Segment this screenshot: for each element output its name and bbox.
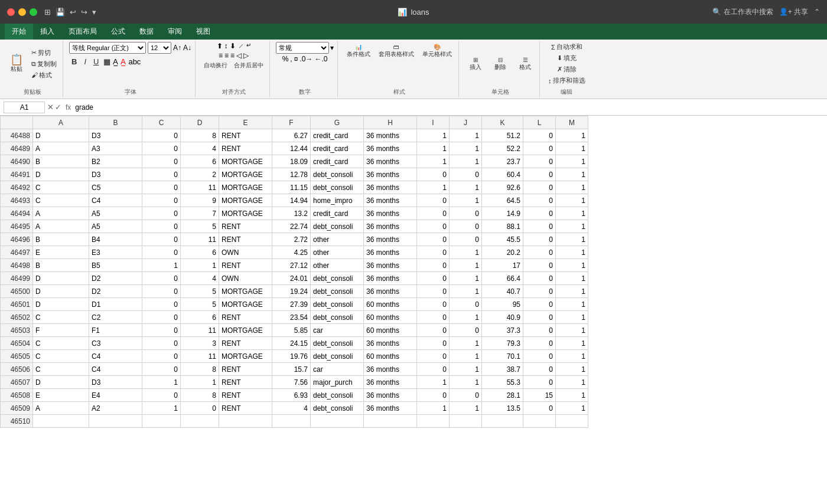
table-format-button[interactable]: 🗃 套用表格样式 bbox=[376, 42, 417, 60]
cell-l[interactable]: 0 bbox=[523, 129, 556, 142]
align-right-icon[interactable]: ≡ bbox=[230, 51, 235, 60]
cell-l[interactable] bbox=[523, 415, 556, 428]
cell-k[interactable]: 70.1 bbox=[482, 350, 523, 363]
cell-g[interactable]: debt_consoli bbox=[311, 181, 364, 194]
cell-e[interactable]: RENT bbox=[219, 311, 272, 324]
tab-insert[interactable]: 插入 bbox=[33, 24, 61, 40]
cell-f[interactable]: 27.39 bbox=[272, 298, 311, 311]
cell-j[interactable]: 1 bbox=[450, 337, 482, 350]
cell-e[interactable]: OWN bbox=[219, 272, 272, 285]
cell-b[interactable]: C2 bbox=[89, 311, 142, 324]
cell-m[interactable]: 1 bbox=[556, 337, 588, 350]
cell-m[interactable]: 1 bbox=[556, 363, 588, 376]
cell-g[interactable]: credit_card bbox=[311, 142, 364, 155]
cell-a[interactable]: B bbox=[33, 155, 89, 168]
indent-inc-icon[interactable]: ▷ bbox=[243, 51, 249, 60]
cell-b[interactable]: C4 bbox=[89, 350, 142, 363]
paste-button[interactable]: 📋 粘贴 bbox=[6, 53, 27, 75]
cell-b[interactable]: E3 bbox=[89, 246, 142, 259]
cell-d[interactable]: 0 bbox=[181, 402, 219, 415]
cell-i[interactable]: 0 bbox=[417, 337, 450, 350]
cell-f[interactable]: 12.78 bbox=[272, 168, 311, 181]
cell-d[interactable]: 8 bbox=[181, 129, 219, 142]
cell-h[interactable]: 36 months bbox=[364, 207, 417, 220]
redo-icon[interactable]: ↪ bbox=[81, 8, 87, 17]
cell-h[interactable]: 60 months bbox=[364, 324, 417, 337]
cell-h[interactable]: 36 months bbox=[364, 233, 417, 246]
cell-h[interactable]: 36 months bbox=[364, 129, 417, 142]
cell-g[interactable]: other bbox=[311, 246, 364, 259]
cell-j[interactable]: 0 bbox=[450, 324, 482, 337]
cell-k[interactable]: 37.3 bbox=[482, 324, 523, 337]
cell-j[interactable]: 1 bbox=[450, 376, 482, 389]
cell-b[interactable]: A2 bbox=[89, 402, 142, 415]
cell-g[interactable]: debt_consoli bbox=[311, 350, 364, 363]
undo-icon[interactable]: ↩ bbox=[70, 8, 76, 17]
font-color-icon[interactable]: A̲ bbox=[121, 57, 126, 66]
cell-i[interactable]: 1 bbox=[417, 402, 450, 415]
cell-f[interactable]: 6.27 bbox=[272, 129, 311, 142]
cell-h[interactable]: 36 months bbox=[364, 363, 417, 376]
cell-j[interactable]: 1 bbox=[450, 259, 482, 272]
cell-e[interactable] bbox=[219, 415, 272, 428]
cell-c[interactable]: 0 bbox=[142, 350, 181, 363]
cell-k[interactable]: 51.2 bbox=[482, 129, 523, 142]
strikethrough-icon[interactable]: abc bbox=[128, 57, 141, 66]
cell-j[interactable]: 1 bbox=[450, 194, 482, 207]
cell-f[interactable]: 14.94 bbox=[272, 194, 311, 207]
cell-j[interactable]: 1 bbox=[450, 246, 482, 259]
wrap-text-icon[interactable]: ↵ bbox=[246, 42, 251, 50]
cell-h[interactable]: 36 months bbox=[364, 402, 417, 415]
cell-e[interactable]: MORTGAGE bbox=[219, 285, 272, 298]
align-middle-icon[interactable]: ↕ bbox=[224, 42, 228, 50]
cell-l[interactable]: 0 bbox=[523, 233, 556, 246]
tab-data[interactable]: 数据 bbox=[132, 24, 161, 40]
cell-e[interactable]: RENT bbox=[219, 337, 272, 350]
cell-d[interactable]: 11 bbox=[181, 181, 219, 194]
cell-c[interactable]: 0 bbox=[142, 168, 181, 181]
cell-style-button[interactable]: 🎨 单元格样式 bbox=[419, 42, 455, 60]
cell-b[interactable]: E4 bbox=[89, 389, 142, 402]
cell-k[interactable]: 14.9 bbox=[482, 207, 523, 220]
cell-c[interactable]: 1 bbox=[142, 402, 181, 415]
cell-b[interactable]: C4 bbox=[89, 363, 142, 376]
cell-h[interactable]: 36 months bbox=[364, 181, 417, 194]
cell-a[interactable]: E bbox=[33, 389, 89, 402]
cell-a[interactable] bbox=[33, 415, 89, 428]
number-format-expand[interactable]: ▾ bbox=[330, 44, 334, 52]
formula-confirm-icon[interactable]: ✓ bbox=[55, 103, 61, 112]
cell-j[interactable]: 1 bbox=[450, 181, 482, 194]
cell-j[interactable]: 1 bbox=[450, 311, 482, 324]
cell-k[interactable]: 88.1 bbox=[482, 220, 523, 233]
cell-k[interactable]: 45.5 bbox=[482, 233, 523, 246]
cell-k[interactable]: 52.2 bbox=[482, 142, 523, 155]
cell-a[interactable]: C bbox=[33, 337, 89, 350]
cell-b[interactable]: C4 bbox=[89, 194, 142, 207]
cell-g[interactable]: debt_consoli bbox=[311, 168, 364, 181]
cell-c[interactable] bbox=[142, 415, 181, 428]
angle-text-icon[interactable]: ⟋ bbox=[237, 42, 245, 50]
cell-b[interactable]: C5 bbox=[89, 181, 142, 194]
cell-m[interactable]: 1 bbox=[556, 220, 588, 233]
col-header-c[interactable]: C bbox=[142, 116, 181, 129]
cell-c[interactable]: 0 bbox=[142, 181, 181, 194]
align-top-icon[interactable]: ⬆ bbox=[217, 42, 223, 50]
cell-l[interactable]: 0 bbox=[523, 311, 556, 324]
cell-j[interactable]: 1 bbox=[450, 350, 482, 363]
cell-e[interactable]: RENT bbox=[219, 389, 272, 402]
cell-g[interactable]: debt_consoli bbox=[311, 298, 364, 311]
cell-a[interactable]: C bbox=[33, 194, 89, 207]
cell-c[interactable]: 0 bbox=[142, 389, 181, 402]
col-header-h[interactable]: H bbox=[364, 116, 417, 129]
cell-b[interactable]: D1 bbox=[89, 298, 142, 311]
cell-l[interactable]: 0 bbox=[523, 168, 556, 181]
cell-e[interactable]: RENT bbox=[219, 220, 272, 233]
cell-c[interactable]: 0 bbox=[142, 142, 181, 155]
cell-e[interactable]: RENT bbox=[219, 402, 272, 415]
cell-d[interactable]: 11 bbox=[181, 324, 219, 337]
cell-m[interactable]: 1 bbox=[556, 285, 588, 298]
cell-e[interactable]: MORTGAGE bbox=[219, 194, 272, 207]
cell-b[interactable]: D2 bbox=[89, 285, 142, 298]
font-name-select[interactable]: 等线 Regular (正文) bbox=[69, 42, 146, 54]
cell-a[interactable]: D bbox=[33, 285, 89, 298]
